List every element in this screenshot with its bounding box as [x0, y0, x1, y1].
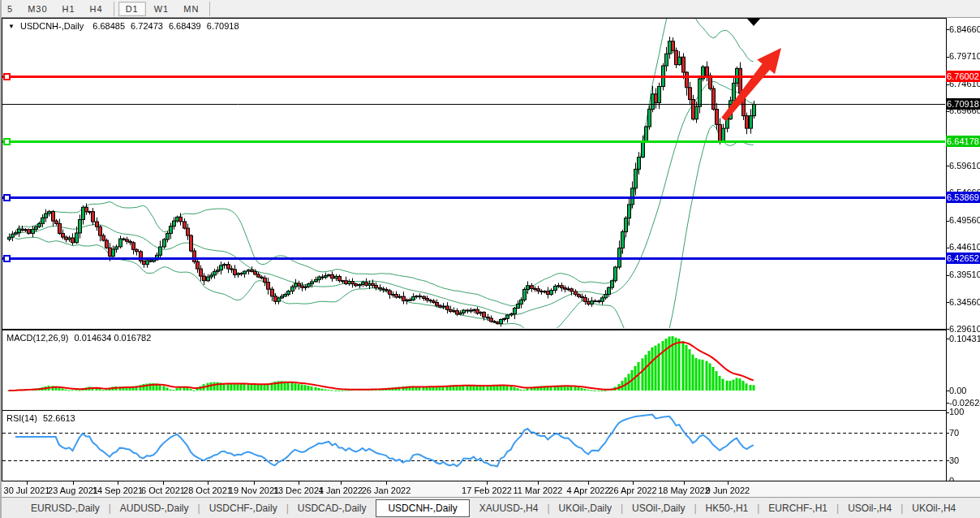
timeframe-toolbar: 5M30H1H4D1W1MN	[0, 0, 980, 18]
price-tick-label: 6.39510	[949, 270, 980, 279]
date-tick	[341, 481, 342, 485]
date-tick	[163, 481, 164, 485]
date-tick	[633, 481, 634, 485]
chart-title: ▼ USDCNH-,Daily 6.68485 6.72473 6.68439 …	[8, 21, 239, 31]
timeframe-button-w1[interactable]: W1	[148, 2, 176, 15]
macd-indicator-label: MACD(12,26,9) 0.014634 0.016782	[6, 333, 151, 343]
quote-high: 6.72473	[131, 21, 163, 31]
date-tick-label: 30 Jul 2021	[4, 486, 50, 495]
date-tick-label: 26 Jan 2022	[362, 486, 411, 495]
price-badge: 6.76002	[946, 71, 980, 82]
date-tick-label: 23 Aug 2021	[48, 486, 98, 495]
timeframe-button-5[interactable]: 5	[1, 2, 19, 15]
date-tick	[73, 481, 74, 485]
tab-item-usoilh4[interactable]: USOil-,H4	[840, 500, 900, 516]
price-tick-label: 6.79710	[949, 51, 980, 61]
date-tick-label: 4 Apr 2022	[566, 486, 609, 495]
symbol-dropdown-icon[interactable]: ▼	[8, 23, 15, 30]
timeframe-button-h4[interactable]: H4	[84, 2, 110, 15]
date-axis[interactable]: 30 Jul 202123 Aug 202114 Sep 20216 Oct 2…	[0, 481, 980, 498]
date-tick	[208, 481, 208, 485]
chart-tab-bar: EURUSD-,Daily|AUDUSD-,Daily|USDCHF-,Dail…	[0, 497, 980, 518]
date-tick-label: 17 Feb 2022	[462, 486, 512, 495]
date-tick	[27, 481, 28, 485]
rsi-tick-label: 100	[949, 407, 964, 417]
date-tick	[386, 481, 387, 485]
macd-values: 0.014634 0.016782	[74, 333, 151, 343]
date-tick-label: 14 Sep 2021	[92, 486, 143, 495]
price-badge: 6.53869	[946, 192, 980, 203]
tab-item-eurusddaily[interactable]: EURUSD-,Daily	[23, 500, 108, 516]
rsi-tick-label: 70	[949, 428, 959, 438]
tab-item-eurchfh1[interactable]: EURCHF-,H1	[760, 500, 836, 516]
date-tick-label: 18 May 2022	[658, 486, 710, 495]
price-badge: 6.42652	[946, 253, 980, 264]
window-left-border	[0, 0, 2, 518]
macd-tick-label: 0.104313	[949, 334, 980, 343]
date-tick	[728, 481, 729, 485]
tab-item-audusddaily[interactable]: AUDUSD-,Daily	[112, 500, 197, 516]
date-tick	[588, 481, 589, 485]
timeframe-button-h1[interactable]: H1	[56, 2, 82, 15]
rsi-value: 52.6613	[43, 413, 75, 423]
date-tick	[299, 481, 299, 485]
date-tick-label: 11 Mar 2022	[514, 486, 563, 495]
date-tick-label: 9 Jun 2022	[706, 486, 750, 495]
date-tick	[487, 481, 488, 485]
date-tick-label: 6 Oct 2021	[141, 486, 185, 495]
terminal-window: 5M30H1H4D1W1MN ▼ USDCNH-,Daily 6.68485 6…	[0, 0, 980, 518]
date-tick-label: 28 Oct 2021	[183, 486, 232, 495]
date-tick	[684, 481, 685, 485]
symbol-name: USDCNH-,Daily	[20, 21, 84, 31]
date-tick	[118, 481, 118, 485]
toolbar-separator	[209, 2, 210, 16]
rsi-tick-label: 30	[949, 455, 959, 465]
quote-open: 6.68485	[92, 21, 125, 31]
price-badge: 6.64178	[946, 136, 980, 147]
toolbar-separator	[114, 2, 114, 16]
date-tick	[538, 481, 539, 485]
quote-close: 6.70918	[207, 21, 239, 31]
tab-item-hk50h1[interactable]: HK50-,H1	[698, 500, 757, 516]
macd-tick-label: -0.02624	[949, 398, 980, 408]
price-tick-label: 6.29610	[949, 324, 980, 334]
date-tick-label: 13 Dec 2021	[273, 486, 324, 495]
tab-item-usdchfdaily[interactable]: USDCHF-,Daily	[201, 500, 286, 516]
chart-canvas[interactable]	[0, 0, 980, 518]
quote-low: 6.68439	[169, 21, 201, 31]
price-tick-label: 6.34560	[949, 297, 980, 307]
timeframe-button-m30[interactable]: M30	[21, 2, 54, 15]
timeframe-button-mn[interactable]: MN	[177, 2, 205, 15]
rsi-indicator-label: RSI(14) 52.6613	[6, 413, 75, 423]
tab-item-usoildaily[interactable]: USOil-,Daily	[624, 500, 693, 516]
timeframe-button-d1[interactable]: D1	[118, 2, 146, 16]
tab-item-ukoilh4[interactable]: UKOil-,H4	[904, 500, 964, 516]
tab-item-usdcnhdaily[interactable]: USDCNH-,Daily	[376, 499, 469, 517]
macd-tick-label: 0.00	[949, 386, 966, 395]
tab-item-xauusdh4[interactable]: XAUUSD-,H4	[471, 500, 547, 516]
tab-item-usdcaddaily[interactable]: USDCAD-,Daily	[290, 500, 375, 516]
price-tick-label: 6.49560	[949, 215, 980, 225]
date-tick	[254, 481, 255, 485]
price-tick-label: 6.59610	[949, 161, 980, 171]
tab-item-ukoildaily[interactable]: UKOil-,Daily	[551, 500, 620, 516]
price-badge: 6.70918	[946, 98, 980, 110]
price-tick-label: 6.44610	[949, 242, 980, 252]
price-tick-label: 6.84660	[949, 24, 980, 34]
date-tick-label: 4 Jan 2022	[319, 486, 363, 495]
date-tick-label: 26 Apr 2022	[608, 486, 656, 495]
date-tick-label: 19 Nov 2021	[229, 486, 279, 495]
